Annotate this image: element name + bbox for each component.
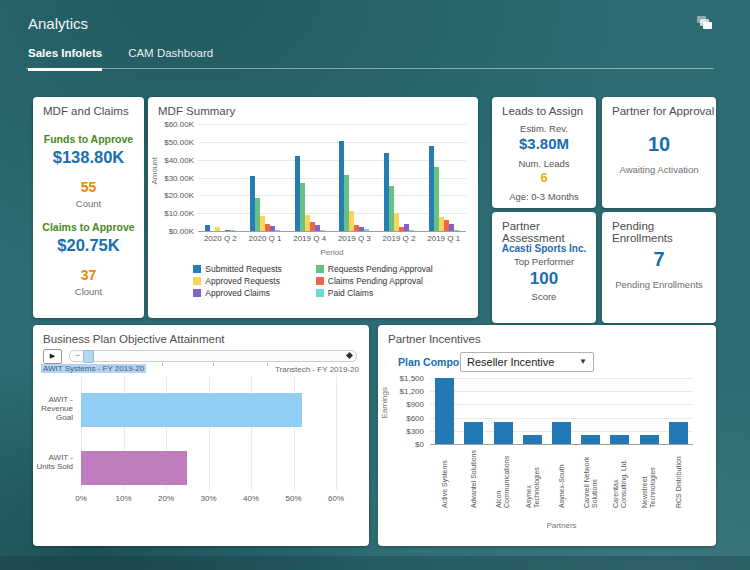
card-leads-to-assign: Leads to Assign Estim. Rev. $3.80M Num. … (492, 97, 596, 208)
tab-cam-dashboard[interactable]: CAM Dashboard (128, 47, 213, 71)
card-partner-for-approval: Partner for Approval 10 Awaiting Activat… (602, 97, 716, 208)
axis-tick-label: $50.00K (164, 138, 194, 147)
card-pending-enrollments: Pending Enrollments 7 Pending Enrollment… (602, 212, 716, 323)
card-business-plan-objective-attainment: Business Plan Objective Attainment ▶ − A… (33, 325, 369, 546)
axis-tick-label: 10% (115, 494, 131, 503)
axis-tick-label: 0% (75, 494, 87, 503)
x-axis: 0%10%20%30%40%50%60% (81, 494, 336, 506)
awaiting-activation-label: Awaiting Activation (619, 164, 698, 175)
legend-swatch (193, 265, 201, 273)
slider-handle[interactable] (83, 350, 94, 363)
partner-assessment-metrics: Acasti Sports Inc. Top Performer 100 Sco… (492, 234, 596, 302)
axis-tick-label: 20% (158, 494, 174, 503)
background-band (0, 556, 750, 570)
stacked-pages-icon[interactable] (697, 16, 715, 31)
bar (205, 225, 210, 231)
top-performer-label: Top Performer (514, 256, 574, 267)
funds-count-label: Count (76, 198, 101, 209)
diamond-icon (346, 352, 353, 359)
legend-item: Approved Claims (193, 287, 282, 299)
bar (494, 422, 513, 444)
axis-tick-label: $0.00K (169, 227, 194, 236)
axis-tick-label: $0 (415, 440, 424, 449)
legend-swatch (316, 289, 324, 297)
category-label: Asynex-South (558, 448, 566, 508)
plan-component-select[interactable]: Reseller Incentive ▼ (460, 352, 594, 372)
bar-group (250, 124, 280, 231)
card-title: Partner Incentives (388, 333, 481, 345)
play-button[interactable]: ▶ (43, 349, 62, 364)
legend-swatch (316, 265, 324, 273)
slider-tick (213, 363, 214, 366)
mdf-claims-metrics: Funds to Approve $138.80K 55 Count Claim… (33, 121, 144, 297)
card-title: Leads to Assign (502, 105, 583, 117)
category-label: Cannell Network Solutions (583, 448, 598, 508)
bar-group (339, 124, 369, 231)
card-partner-assessment: Partner Assessment Acasti Sports Inc. To… (492, 212, 596, 323)
axis-tick-label: 2020 Q 2 (198, 234, 243, 243)
card-mdf-and-claims: MDF and Claims Funds to Approve $138.80K… (33, 97, 144, 318)
x-axis: 2020 Q 22020 Q 12019 Q 42019 Q 32019 Q 2… (198, 234, 466, 243)
bar (409, 230, 414, 231)
legend-label: Submitted Requests (205, 264, 282, 274)
axis-tick-label: $1,500 (400, 374, 424, 383)
tab-sales-infolets[interactable]: Sales Infolets (28, 47, 102, 71)
category-label: Newstreet Technologies (641, 448, 656, 508)
axis-tick-label: $1,200 (400, 387, 424, 396)
legend-label: Approved Claims (205, 288, 270, 298)
tab-bar: Sales Infolets CAM Dashboard (28, 47, 213, 71)
timeline-slider[interactable]: − (69, 350, 357, 362)
partner-approval-metrics: 10 Awaiting Activation (602, 121, 716, 175)
gridline (336, 377, 337, 490)
category-label: AWIT - Revenue Goal (35, 395, 73, 423)
bar-group (295, 124, 325, 231)
estim-rev-label: Estim. Rev. (520, 123, 568, 134)
legend-item: Requests Pending Approval (316, 263, 433, 275)
legend-label: Paid Claims (328, 288, 373, 298)
timeline-end-label: Transtech - FY 2019-20 (275, 365, 359, 374)
x-axis-title: Partners (430, 521, 693, 530)
awaiting-activation-value: 10 (648, 133, 670, 156)
chevron-down-icon: ▼ (579, 353, 587, 371)
bar (435, 378, 454, 444)
bar (552, 422, 571, 444)
gridline (430, 444, 693, 445)
category-slot: Newstreet Technologies (635, 448, 664, 508)
category-label: AWIT - Units Sold (35, 453, 73, 471)
axis-tick-label: $10.00K (164, 209, 194, 218)
plan-component-value: Reseller Incentive (467, 356, 554, 368)
gridline (198, 231, 466, 232)
card-partner-incentives: Partner Incentives Plan Component Resell… (378, 325, 716, 546)
axis-tick-label: 2019 Q 4 (287, 234, 332, 243)
y-axis: $60.00K$50.00K$40.00K$30.00K$20.00K$10.0… (160, 124, 196, 231)
num-leads-label: Num. Leads (518, 158, 569, 169)
pending-enrollments-metrics: 7 Pending Enrollments (602, 236, 716, 290)
legend-swatch (193, 289, 201, 297)
funds-count-value: 55 (81, 179, 97, 195)
claims-to-approve-value: $20.75K (57, 236, 119, 255)
claims-count-value: 37 (81, 267, 97, 283)
bar (364, 229, 369, 231)
bar-group (429, 124, 459, 231)
partner-name-link[interactable]: Acasti Sports Inc. (502, 243, 586, 254)
category-label: Carentax Consulting, Ltd. (612, 448, 627, 508)
axis-tick-label: 2019 Q 1 (421, 234, 466, 243)
bar (275, 230, 280, 231)
claims-count-label: Clount (75, 286, 102, 297)
legend-item: Submitted Requests (193, 263, 282, 275)
page-title: Analytics (28, 15, 88, 32)
business-plan-chart (81, 377, 336, 490)
bar (230, 230, 235, 231)
legend-item: Approved Requests (193, 275, 282, 287)
score-label: Score (532, 291, 557, 302)
category-slot: Alcon Communications (488, 448, 517, 508)
card-mdf-summary: MDF Summary Amount $60.00K$50.00K$40.00K… (148, 97, 478, 318)
category-label: Asynex Technologies (525, 448, 540, 508)
category-label: Advantel Solutions (470, 448, 478, 508)
category-slot: RCS Distribution (664, 448, 693, 508)
bar (81, 393, 302, 427)
axis-tick-label: $30.00K (164, 174, 194, 183)
chart-legend: Submitted RequestsApproved RequestsAppro… (148, 263, 478, 299)
axis-tick-label: $60.00K (164, 120, 194, 129)
bar-group (384, 124, 414, 231)
